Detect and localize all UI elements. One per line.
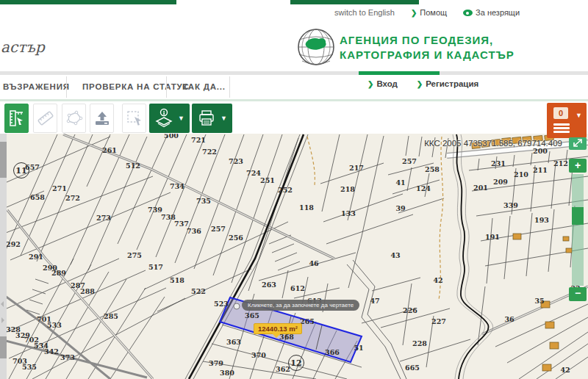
parcel-number: 231 bbox=[491, 159, 506, 167]
chevron-down-icon: ▼ bbox=[178, 115, 184, 122]
parcel-area-label: 12440.13 m² bbox=[254, 323, 302, 334]
parcel-number: 273 bbox=[96, 214, 111, 222]
page: switch to English ❯Помощ За незрящи астъ… bbox=[0, 0, 588, 379]
circled-parcel-number: 12 bbox=[290, 358, 301, 368]
parcel-number: 218 bbox=[340, 185, 355, 193]
collapse-left-icon[interactable] bbox=[1, 301, 4, 307]
map-coordinates: ККС 2005 4735371.585, 679714.409 bbox=[412, 139, 562, 148]
parcel-number: 734 bbox=[170, 182, 184, 190]
zoom-in-button[interactable]: + bbox=[569, 159, 587, 173]
main-nav: ВЪЗРАЖЕНИЯ ПРОВЕРКА НА СТАТУС КАК ДА... bbox=[0, 75, 588, 99]
parcel-number: 365 bbox=[245, 311, 259, 320]
parcel-number: 200 bbox=[533, 147, 548, 155]
parcel-number: 39 bbox=[395, 204, 406, 212]
scrollbar-thumb[interactable] bbox=[0, 142, 7, 178]
parcel-number: 51 bbox=[354, 344, 363, 352]
parcel-number: 118 bbox=[299, 203, 314, 212]
agency-name-line1: АГЕНЦИЯ ПО ГЕОДЕЗИЯ, bbox=[340, 33, 514, 48]
parcel-number: 252 bbox=[278, 186, 293, 194]
parcel-number: 518 bbox=[170, 276, 184, 284]
parcel-number: 272 bbox=[65, 194, 80, 202]
tab-separator bbox=[166, 76, 167, 98]
parcel-number: 339 bbox=[503, 201, 518, 209]
parcel-number: 251 bbox=[260, 176, 275, 184]
draw-polygon-button[interactable] bbox=[62, 104, 86, 133]
parcel-number: 217 bbox=[349, 164, 364, 172]
agency-globe-logo-icon bbox=[296, 26, 336, 68]
parcel-number: 657 bbox=[25, 163, 40, 171]
measure-tool-button[interactable] bbox=[4, 104, 29, 133]
cadastral-map[interactable]: 6572615122716582722732922912755007217227… bbox=[0, 134, 588, 379]
polygon-icon bbox=[65, 109, 83, 127]
layers-info-dropdown[interactable]: ▼ bbox=[149, 104, 190, 133]
parcel-number: 133 bbox=[341, 209, 356, 217]
map-toolbar: ▼ ▼ bbox=[0, 101, 588, 135]
left-panel-scrollbar[interactable] bbox=[0, 134, 7, 379]
eye-icon bbox=[463, 10, 473, 16]
parcel-number: 723 bbox=[229, 157, 243, 165]
upload-button[interactable] bbox=[90, 104, 114, 133]
parcel-number: 736 bbox=[187, 227, 201, 235]
agency-name: АГЕНЦИЯ ПО ГЕОДЕЗИЯ, КАРТОГРАФИЯ И КАДАС… bbox=[340, 33, 514, 62]
parcel-number: 665 bbox=[405, 364, 420, 372]
parcel-number: 193 bbox=[534, 216, 549, 224]
parcel-number: 722 bbox=[202, 148, 217, 156]
parcel-number: 288 bbox=[80, 287, 95, 295]
parcel-number: 261 bbox=[102, 146, 117, 154]
print-dropdown[interactable]: ▼ bbox=[192, 104, 232, 133]
parcel-number: 658 bbox=[30, 193, 45, 201]
parcel-number: 535 bbox=[22, 363, 37, 371]
zoom-slider-track[interactable] bbox=[572, 174, 584, 286]
parcel-number: 47 bbox=[370, 297, 379, 305]
parcel-number: 263 bbox=[262, 281, 276, 289]
parcel-number: 380 bbox=[220, 369, 234, 377]
parcel-number: 210 bbox=[514, 170, 528, 178]
help-link[interactable]: ❯Помощ bbox=[411, 8, 447, 17]
parcel-number: 191 bbox=[485, 233, 500, 241]
accessibility-link[interactable]: За незрящи bbox=[463, 8, 520, 17]
agency-name-line2: КАРТОГРАФИЯ И КАДАСТЪР bbox=[340, 48, 514, 62]
parcel-number: 226 bbox=[403, 306, 417, 314]
parcel-number: 275 bbox=[127, 251, 142, 259]
notifications-button[interactable]: 0 ▼ bbox=[547, 103, 587, 138]
select-area-button[interactable] bbox=[122, 104, 146, 133]
parcel-number: 41 bbox=[395, 178, 405, 187]
chevron-right-icon: ❯ bbox=[417, 80, 423, 88]
chevron-down-icon: ▼ bbox=[576, 112, 582, 119]
vertex-handle[interactable] bbox=[234, 303, 240, 309]
expand-right-icon[interactable] bbox=[1, 317, 4, 323]
parcel-number: 258 bbox=[425, 165, 440, 173]
measure-tool-icon bbox=[9, 109, 25, 127]
parcel-number: 366 bbox=[325, 348, 340, 356]
parcel-number: 124 bbox=[416, 184, 431, 192]
parcel-number: 265 bbox=[300, 317, 315, 325]
top-green-strip-left bbox=[0, 0, 176, 4]
parcel-number: 201 bbox=[473, 184, 488, 192]
parcel-number: 292 bbox=[6, 240, 21, 248]
draw-tooltip: Кликнете, за да започнете да чертаете bbox=[242, 300, 359, 311]
parcel-number: 373 bbox=[60, 353, 75, 361]
scrollbar-thumb[interactable] bbox=[0, 336, 7, 358]
parcel-number: 522 bbox=[191, 287, 206, 295]
upload-icon bbox=[93, 109, 111, 127]
register-link[interactable]: ❯Регистрация bbox=[417, 79, 478, 88]
login-link[interactable]: ❯Вход bbox=[368, 79, 398, 88]
parcel-number: 721 bbox=[191, 136, 206, 144]
printer-icon bbox=[197, 109, 216, 128]
zoom-out-button[interactable]: − bbox=[569, 287, 587, 301]
site-name-partial: астър bbox=[1, 38, 45, 56]
fullscreen-button[interactable] bbox=[569, 137, 587, 150]
switch-language-link[interactable]: switch to English bbox=[334, 8, 395, 17]
auth-links: ❯Вход ❯Регистрация bbox=[368, 79, 478, 88]
parcel-number: 271 bbox=[52, 184, 67, 192]
parcel-number: 500 bbox=[164, 134, 179, 140]
top-links-bar: switch to English ❯Помощ За незрящи bbox=[334, 8, 520, 17]
parcel-number: 363 bbox=[226, 338, 241, 346]
expand-arrows-icon bbox=[573, 138, 583, 148]
parcel-number: 342 bbox=[44, 347, 59, 355]
parcel-number: 227 bbox=[431, 317, 446, 325]
notification-count-badge: 0 bbox=[553, 107, 568, 119]
zoom-slider-handle[interactable] bbox=[572, 207, 584, 225]
ruler-button[interactable] bbox=[33, 104, 57, 133]
parcel-number: 517 bbox=[148, 263, 163, 271]
